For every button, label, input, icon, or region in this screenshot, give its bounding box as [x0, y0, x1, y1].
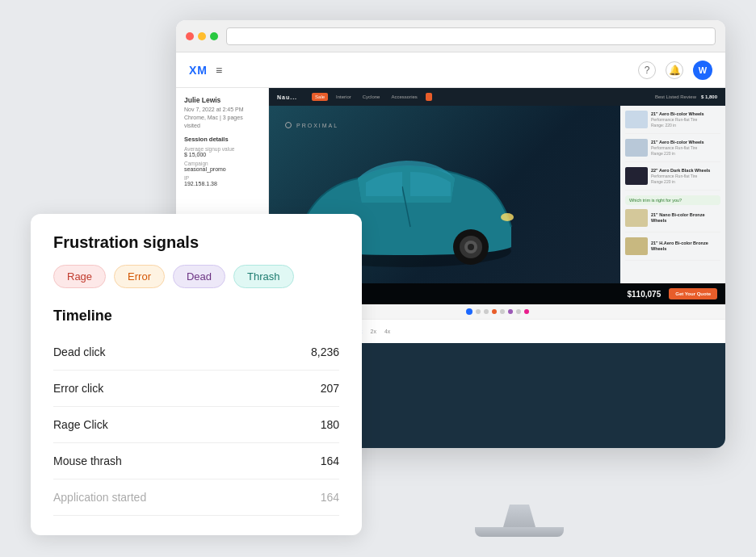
row-value-rage-click: 180	[321, 418, 339, 431]
product-thumb-3	[625, 167, 648, 185]
signal-tags: Rage Error Dead Thrash	[53, 265, 339, 288]
car-nav-item-interior[interactable]: Interior	[333, 93, 355, 101]
xm-logo: XM	[189, 64, 208, 77]
product-thumb-4	[625, 209, 648, 227]
close-button[interactable]	[186, 32, 194, 40]
traffic-lights	[186, 32, 218, 40]
dot-3[interactable]	[484, 309, 489, 314]
car-price: $110,075	[628, 290, 662, 299]
product-info-4: 21" Nano Bi-color Bronze Wheels	[651, 212, 720, 224]
dot-6[interactable]	[508, 309, 513, 314]
dot-8[interactable]	[524, 309, 529, 314]
car-nav-logo: Nau...	[277, 94, 297, 100]
car-nav: Nau... Sale Interior Cyclone Accessories…	[269, 88, 725, 106]
product-item-3: 22" Aero Dark Black Wheels Performance R…	[625, 167, 720, 191]
row-label-mouse-thrash: Mouse thrash	[53, 454, 122, 467]
product-item-1: 21" Aero Bi-color Wheels Performance Run…	[625, 111, 720, 134]
product-thumb-2	[625, 139, 648, 157]
product-cta-small[interactable]: Which trim is right for you?	[625, 195, 720, 205]
car-nav-right: Best Listed Review $ 1,800	[655, 94, 717, 99]
car-product-panel: 21" Aero Bi-color Wheels Performance Run…	[620, 106, 725, 283]
car-nav-item-extra[interactable]	[426, 93, 432, 101]
product-info-5: 21" H.Aero Bi-color Bronze Wheels	[651, 241, 720, 252]
product-info-3: 22" Aero Dark Black Wheels Performance R…	[651, 168, 720, 184]
row-value-error-click: 207	[321, 382, 339, 395]
tag-rage[interactable]: Rage	[53, 265, 106, 288]
monitor-stand	[475, 505, 564, 537]
tag-thrash[interactable]: Thrash	[233, 265, 293, 288]
timeline-table: Dead click 8,236 Error click 207 Rage Cl…	[53, 334, 339, 516]
bell-icon[interactable]: 🔔	[666, 61, 683, 79]
timeline-row-rage-click: Rage Click 180	[53, 407, 339, 443]
stand-neck	[503, 505, 536, 527]
row-label-rage-click: Rage Click	[53, 418, 108, 431]
car-cta-button[interactable]: Get Your Quote	[669, 288, 717, 299]
timeline-row-mouse-thrash: Mouse thrash 164	[53, 443, 339, 480]
svg-point-9	[501, 213, 514, 221]
product-item-4: 21" Nano Bi-color Bronze Wheels	[625, 209, 720, 232]
product-item-2: 21" Aero Bi-color Wheels Performance Run…	[625, 139, 720, 162]
row-label-app-started: Application started	[53, 491, 146, 504]
product-thumb-5	[625, 237, 648, 255]
maximize-button[interactable]	[210, 32, 218, 40]
row-label-dead-click: Dead click	[53, 346, 106, 358]
session-user-name: Julie Lewis	[184, 96, 260, 104]
header-right: ? 🔔 W	[638, 61, 712, 80]
product-info-1: 21" Aero Bi-color Wheels Performance Run…	[651, 111, 720, 128]
car-nav-item-accessories[interactable]: Accessories	[388, 93, 420, 101]
product-item-5: 21" H.Aero Bi-color Bronze Wheels	[625, 237, 720, 261]
svg-point-4	[468, 244, 474, 250]
frustration-title: Frustration signals	[53, 233, 339, 252]
frustration-panel: Frustration signals Rage Error Dead Thra…	[31, 214, 362, 535]
speed-4x[interactable]: 4x	[382, 328, 393, 335]
help-icon[interactable]: ?	[638, 61, 656, 79]
row-value-mouse-thrash: 164	[321, 454, 339, 467]
product-info-2: 21" Aero Bi-color Wheels Performance Run…	[651, 140, 720, 156]
car-nav-price: $ 1,800	[701, 94, 717, 99]
speed-2x[interactable]: 2x	[368, 328, 379, 335]
timeline-row-dead-click: Dead click 8,236	[53, 334, 339, 371]
row-value-app-started: 164	[321, 491, 339, 504]
timeline-row-app-started: Application started 164	[53, 480, 339, 516]
car-nav-review: Best Listed Review	[655, 94, 696, 99]
tag-error[interactable]: Error	[114, 265, 165, 288]
car-nav-items: Sale Interior Cyclone Accessories	[312, 93, 432, 101]
tag-dead[interactable]: Dead	[173, 265, 225, 288]
product-thumb-1	[625, 111, 648, 128]
session-section-title: Session details	[184, 136, 260, 143]
minimize-button[interactable]	[198, 32, 206, 40]
session-meta: Nov 7, 2022 at 2:45 PM Chrome, Mac | 3 p…	[184, 106, 260, 129]
avatar[interactable]: W	[693, 61, 712, 80]
browser-chrome	[176, 20, 725, 52]
dot-4[interactable]	[492, 309, 497, 314]
timeline-title: Timeline	[53, 308, 339, 325]
car-nav-item-sale[interactable]: Sale	[312, 93, 328, 101]
dot-7[interactable]	[516, 309, 521, 314]
dot-5[interactable]	[500, 309, 505, 314]
car-nav-item-cyclone[interactable]: Cyclone	[359, 93, 384, 101]
dot-1[interactable]	[466, 308, 472, 315]
hamburger-icon[interactable]: ≡	[216, 64, 222, 77]
row-value-dead-click: 8,236	[311, 346, 339, 358]
timeline-row-error-click: Error click 207	[53, 371, 339, 407]
url-bar[interactable]	[226, 27, 716, 45]
app-header: XM ≡ ? 🔔 W	[176, 52, 725, 88]
stand-base	[475, 527, 564, 537]
dot-2[interactable]	[476, 309, 481, 314]
row-label-error-click: Error click	[53, 382, 103, 395]
